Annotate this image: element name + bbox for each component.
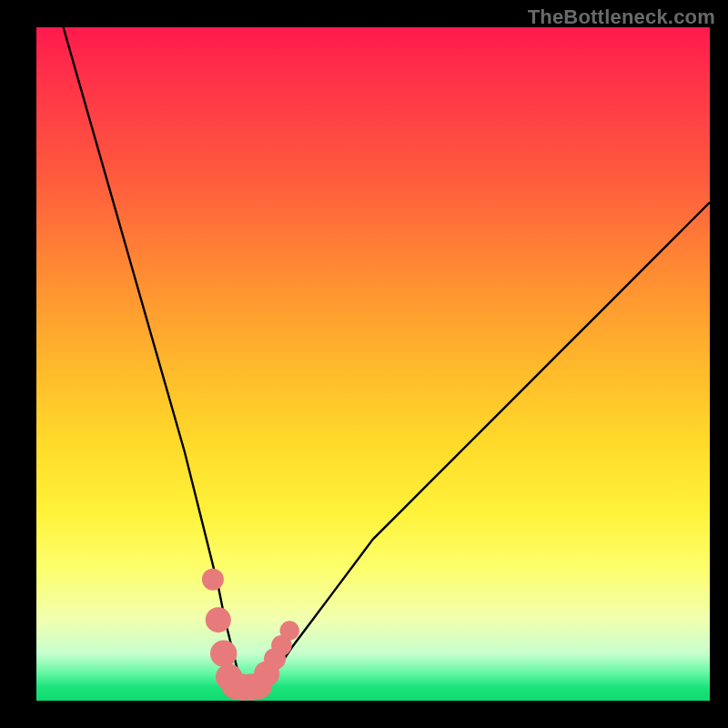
watermark-text: TheBottleneck.com: [528, 5, 715, 29]
left-cluster-3: [210, 641, 237, 667]
curve-layer: [36, 27, 710, 701]
left-cluster-2: [206, 607, 231, 632]
marker-group: [202, 569, 299, 701]
right-cluster-4: [280, 621, 299, 640]
bottleneck-curve-path: [64, 27, 710, 687]
left-cluster-1: [202, 569, 224, 591]
plot-area: [36, 27, 710, 701]
chart-frame: TheBottleneck.com: [0, 0, 728, 728]
